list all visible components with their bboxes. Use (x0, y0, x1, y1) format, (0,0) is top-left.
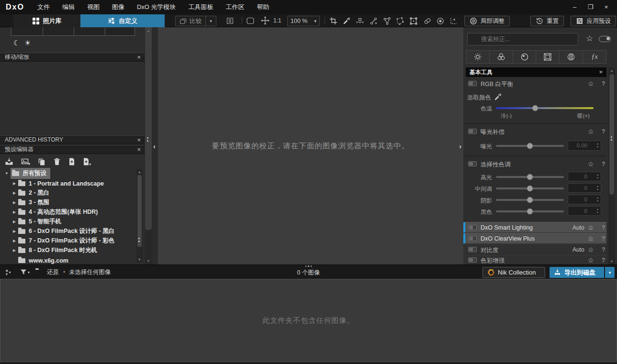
shadows-value-box[interactable]: 0▴▾ (568, 195, 601, 204)
preset-folder-row[interactable]: ▶4 - 高动态范围(单张 HDR) (11, 208, 98, 217)
crop-tool-icon[interactable] (329, 17, 337, 25)
scrollbar-thumb[interactable] (137, 175, 142, 247)
menu-optics-modules[interactable]: DxO 光学模块 (131, 0, 182, 14)
advanced-history-close-icon[interactable]: × (137, 136, 141, 144)
exposure-help-icon[interactable]: ? (602, 128, 605, 135)
scroll-down-icon[interactable]: ▼ (136, 258, 143, 261)
highlights-value-box[interactable]: 0▴▾ (568, 172, 601, 181)
category-light-sun-icon[interactable] (466, 50, 490, 64)
color-enhance-row[interactable]: 色彩增强 ☆ ? (463, 255, 606, 265)
selective-tone-help-icon[interactable]: ? (602, 161, 605, 167)
color-enhance-help-icon[interactable]: ? (602, 257, 605, 264)
menu-file[interactable]: 文件 (31, 0, 56, 14)
panel-grip-icon[interactable] (138, 238, 140, 242)
blacks-slider-knob[interactable] (527, 209, 533, 215)
apply-preset-button[interactable]: 应用预设 (571, 16, 616, 26)
nik-collection-button[interactable]: Nik Collection (482, 267, 545, 278)
shadow-clipping-moon-icon[interactable]: ☾ (13, 39, 20, 47)
delete-preset-trash-icon[interactable] (53, 157, 61, 166)
menu-edit[interactable]: 编辑 (56, 0, 81, 14)
smart-lighting-star-icon[interactable]: ☆ (588, 224, 594, 232)
reset-button[interactable]: 重置 (530, 16, 564, 26)
contrast-star-icon[interactable]: ☆ (588, 246, 594, 254)
lasso-polygon-tool-icon[interactable] (396, 17, 404, 25)
preset-folder-row[interactable]: ▶6 - DxO FilmPack 设计师 - 黑白 (11, 227, 114, 236)
transform-tool-icon[interactable] (409, 17, 418, 25)
rgb-wb-enable-checkbox[interactable] (468, 81, 477, 86)
scrollbar-thumb[interactable] (609, 74, 614, 195)
midtones-value-box[interactable]: 0▴▾ (568, 183, 601, 193)
expand-arrow-icon[interactable]: ▶ (11, 181, 18, 186)
compare-dropdown-arrow[interactable]: ▾ (205, 16, 216, 26)
clearview-star-icon[interactable]: ☆ (588, 235, 594, 243)
left-panel-scrollbar[interactable]: ▲ ▼ (145, 27, 152, 265)
exposure-value-box[interactable]: 0.00 ▴▾ (568, 141, 601, 151)
favorites-star-icon[interactable]: ☆ (586, 33, 593, 44)
export-dropdown-arrow[interactable]: ▾ (605, 267, 615, 278)
highlights-slider-knob[interactable] (527, 174, 533, 180)
blacks-slider[interactable] (496, 210, 564, 212)
eyedropper-tool-icon[interactable] (343, 17, 351, 25)
scroll-down-icon[interactable]: ▼ (608, 260, 615, 263)
menu-help[interactable]: 帮助 (251, 0, 276, 14)
menu-workspace[interactable]: 工作区 (220, 0, 251, 14)
expand-arrow-icon[interactable]: ▶ (11, 229, 18, 233)
scroll-up-icon[interactable]: ▲ (608, 69, 615, 72)
clearview-help-icon[interactable]: ? (602, 235, 605, 242)
create-preset-from-image-icon[interactable] (21, 157, 31, 166)
close-button[interactable]: × (598, 0, 614, 14)
splitter-grip-icon[interactable] (611, 136, 612, 141)
minimize-button[interactable]: – (567, 0, 583, 14)
compare-button[interactable]: 比较 (176, 16, 205, 26)
exposure-enable-checkbox[interactable] (468, 129, 477, 134)
rgb-wb-help-icon[interactable]: ? (602, 80, 605, 87)
collapse-arrow-icon[interactable]: ▼ (3, 171, 11, 176)
color-enhance-checkbox[interactable] (468, 257, 477, 263)
active-corrections-toggle[interactable] (599, 36, 611, 42)
temperature-slider-knob[interactable] (532, 105, 538, 111)
basic-tools-close-icon[interactable]: × (599, 67, 603, 77)
preset-tree-root[interactable]: ▼ 所有预设 (3, 169, 50, 178)
zoom-level-select[interactable]: 100 % ▾ (287, 16, 320, 26)
smart-lighting-checkbox[interactable] (468, 225, 477, 230)
exposure-slider[interactable] (496, 145, 564, 147)
menu-view[interactable]: 视图 (81, 0, 106, 14)
contrast-checkbox[interactable] (468, 247, 477, 252)
preset-tree-scrollbar[interactable]: ▲ ▼ (136, 169, 143, 263)
move-zoom-close-icon[interactable]: × (137, 53, 141, 61)
preset-folder-row[interactable]: ▶1 - Portrait and Landscape (11, 179, 104, 188)
shadows-slider[interactable] (496, 199, 564, 201)
exposure-star-icon[interactable]: ☆ (588, 128, 594, 135)
spinner-icons[interactable]: ▴▾ (597, 142, 598, 149)
split-view-icon[interactable] (226, 17, 234, 25)
smart-lighting-row[interactable]: DxO Smart Lighting Auto ☆ ? (463, 222, 606, 232)
rgb-wb-star-icon[interactable]: ☆ (588, 80, 594, 88)
category-geometry-cube-icon[interactable] (536, 50, 560, 64)
category-effects-fx-icon[interactable]: ƒx (583, 50, 606, 64)
highlight-clipping-sun-icon[interactable]: ☀ (24, 39, 31, 47)
color-enhance-star-icon[interactable]: ☆ (588, 256, 594, 264)
spinner-icons[interactable]: ▴▾ (597, 185, 598, 191)
new-preset-from-settings-icon[interactable] (82, 157, 92, 166)
import-preset-icon[interactable] (5, 157, 13, 166)
temperature-slider[interactable] (496, 107, 594, 109)
contrast-help-icon[interactable]: ? (602, 246, 605, 253)
maximize-button[interactable]: ❒ (583, 0, 598, 14)
scroll-down-icon[interactable]: ▼ (145, 259, 152, 263)
collapse-right-panel-icon[interactable]: › (459, 142, 461, 150)
category-color-circles-icon[interactable] (489, 50, 513, 64)
preset-folder-row[interactable]: ▶8 - DxO FilmPack 时光机 (11, 246, 97, 255)
shadows-slider-knob[interactable] (527, 197, 533, 203)
tab-customize[interactable]: 自定义 (80, 14, 165, 27)
preset-folder-row[interactable]: ▶2 - 黑白 (11, 188, 49, 198)
preset-folder-row[interactable]: ▶5 - 智能手机 (11, 217, 61, 226)
browser-drag-handle-icon[interactable] (305, 265, 312, 267)
collapse-left-panel-icon[interactable]: ‹ (153, 142, 156, 150)
midtones-slider[interactable] (496, 188, 564, 189)
left-panel-splitter[interactable]: ‹ (152, 27, 158, 265)
expand-arrow-icon[interactable]: ▶ (11, 239, 18, 243)
scrollbar-thumb[interactable] (145, 27, 152, 230)
smart-lighting-help-icon[interactable]: ? (602, 224, 605, 231)
horizon-tool-icon[interactable] (356, 17, 364, 25)
right-panel-scrollbar[interactable]: ▲ ▼ (608, 67, 615, 265)
